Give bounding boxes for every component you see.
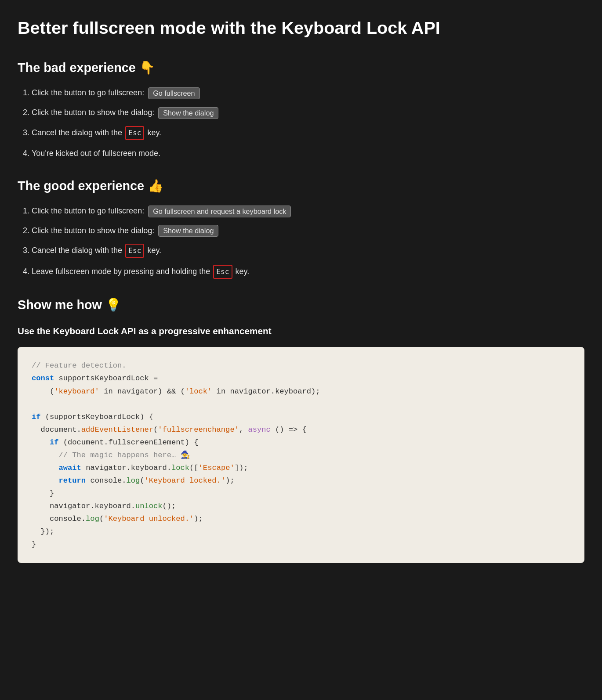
code-line-15: } xyxy=(32,538,570,551)
bad-show-dialog-button[interactable]: Show the dialog xyxy=(158,107,218,119)
list-item: Cancel the dialog with the Esc key. xyxy=(32,244,584,258)
list-item: Click the button to go fullscreen: Go fu… xyxy=(32,205,584,217)
code-line-1: // Feature detection. xyxy=(32,359,570,372)
list-item: Leave fullscreen mode by pressing and ho… xyxy=(32,265,584,279)
code-line-12: navigator.keyboard.unlock(); xyxy=(32,500,570,512)
good-step2-text: Click the button to show the dialog: xyxy=(32,226,154,235)
code-line-2: const supportsKeyboardLock = xyxy=(32,372,570,385)
step2-text: Click the button to show the dialog: xyxy=(32,108,154,117)
code-line-14: }); xyxy=(32,525,570,538)
good-experience-heading: The good experience 👍 xyxy=(18,176,584,196)
code-line-5: if (supportsKeyboardLock) { xyxy=(32,411,570,423)
good-step4-text-after: key. xyxy=(236,267,250,276)
esc-key-1: Esc xyxy=(125,126,144,140)
step3-text-before: Cancel the dialog with the xyxy=(32,128,122,137)
bad-experience-section: The bad experience 👇 Click the button to… xyxy=(18,58,584,159)
good-go-fullscreen-button[interactable]: Go fullscreen and request a keyboard loc… xyxy=(148,206,291,217)
esc-key-2: Esc xyxy=(125,244,144,258)
step3-text-after: key. xyxy=(147,128,161,137)
esc-key-3: Esc xyxy=(213,265,232,279)
step1-text: Click the button to go fullscreen: xyxy=(32,88,144,97)
good-experience-section: The good experience 👍 Click the button t… xyxy=(18,176,584,279)
code-block: // Feature detection. const supportsKeyb… xyxy=(18,347,584,563)
list-item: Click the button to show the dialog: Sho… xyxy=(32,106,584,119)
bad-go-fullscreen-button[interactable]: Go fullscreen xyxy=(148,87,199,99)
good-step1-text: Click the button to go fullscreen: xyxy=(32,206,144,215)
code-line-6: document.addEventListener('fullscreencha… xyxy=(32,423,570,436)
bad-experience-heading: The bad experience 👇 xyxy=(18,58,584,78)
good-step3-text-before: Cancel the dialog with the xyxy=(32,246,122,255)
page-title: Better fullscreen mode with the Keyboard… xyxy=(18,14,584,42)
code-line-7: if (document.fullscreenElement) { xyxy=(32,436,570,449)
code-line-3: ('keyboard' in navigator) && ('lock' in … xyxy=(32,385,570,398)
step4-text: You're kicked out of fullscreen mode. xyxy=(32,149,160,158)
list-item: Click the button to go fullscreen: Go fu… xyxy=(32,87,584,99)
good-step4-text-before: Leave fullscreen mode by pressing and ho… xyxy=(32,267,210,276)
code-line-8: // The magic happens here… 🧙 xyxy=(32,449,570,462)
progressive-enhancement-subheading: Use the Keyboard Lock API as a progressi… xyxy=(18,324,584,338)
list-item: Cancel the dialog with the Esc key. xyxy=(32,126,584,140)
code-line-9: await navigator.keyboard.lock(['Escape']… xyxy=(32,462,570,474)
bad-experience-list: Click the button to go fullscreen: Go fu… xyxy=(18,87,584,159)
code-line-10: return console.log('Keyboard locked.'); xyxy=(32,474,570,487)
good-step3-text-after: key. xyxy=(147,246,161,255)
code-line-13: console.log('Keyboard unlocked.'); xyxy=(32,512,570,525)
list-item: Click the button to show the dialog: Sho… xyxy=(32,224,584,237)
code-line-11: } xyxy=(32,487,570,500)
code-line-empty xyxy=(32,398,570,411)
show-me-how-heading: Show me how 💡 xyxy=(18,295,584,315)
good-show-dialog-button[interactable]: Show the dialog xyxy=(158,225,218,237)
show-me-how-section: Show me how 💡 Use the Keyboard Lock API … xyxy=(18,295,584,563)
good-experience-list: Click the button to go fullscreen: Go fu… xyxy=(18,205,584,279)
list-item: You're kicked out of fullscreen mode. xyxy=(32,147,584,160)
